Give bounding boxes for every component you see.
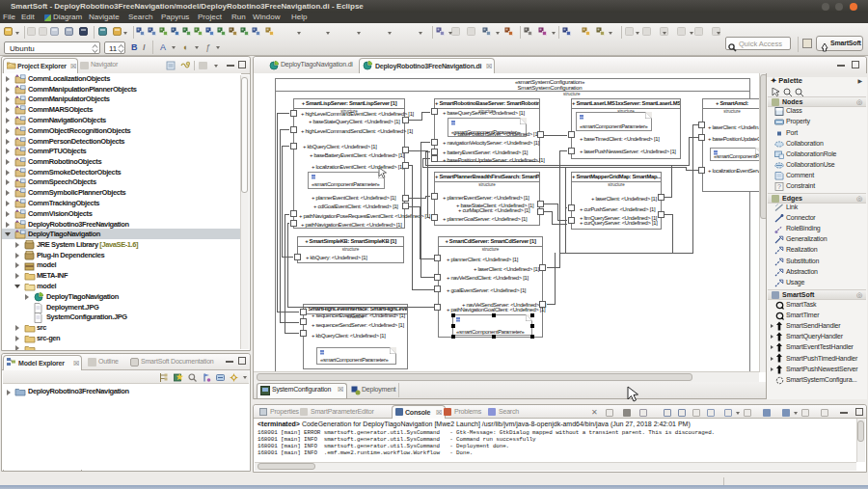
svg-text:?: ?: [777, 183, 781, 190]
